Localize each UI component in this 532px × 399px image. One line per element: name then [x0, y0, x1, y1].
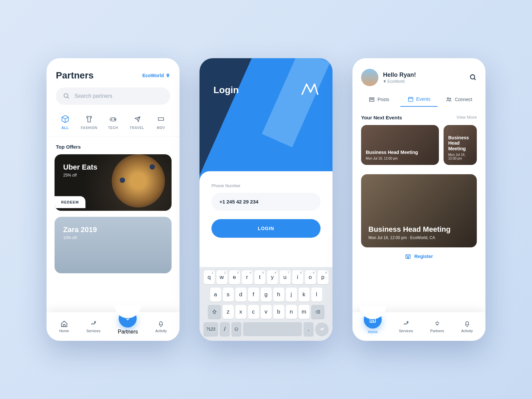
key-a[interactable]: a — [210, 288, 221, 302]
nav-activity[interactable]: Activity — [461, 320, 473, 333]
key-l[interactable]: l — [311, 288, 322, 302]
svg-point-5 — [94, 322, 96, 323]
category-movies[interactable]: MOV — [149, 113, 173, 132]
svg-rect-8 — [370, 98, 374, 99]
tab-events[interactable]: Events — [400, 92, 438, 107]
svg-point-11 — [447, 98, 449, 99]
slash-key[interactable]: / — [220, 322, 230, 336]
key-h[interactable]: h — [273, 288, 284, 302]
shift-key[interactable] — [208, 305, 221, 319]
key-j[interactable]: j — [286, 288, 297, 302]
category-all[interactable]: ALL — [53, 113, 77, 132]
search-input[interactable]: Search partners — [56, 87, 170, 105]
hand-icon — [402, 320, 410, 328]
plane-icon — [133, 115, 141, 123]
event-card[interactable]: Business Head Meeting Mon Jul 18, 12:00 … — [361, 125, 439, 165]
phone-input[interactable]: +1 245 42 29 234 — [211, 193, 321, 210]
key-u[interactable]: u7 — [280, 270, 291, 284]
phone-field-label: Phone Number — [211, 183, 321, 188]
svg-point-6 — [470, 75, 475, 79]
key-y[interactable]: y6 — [267, 270, 278, 284]
offer-card-ubereats[interactable]: Uber Eats 25% off REDEEM — [55, 154, 172, 211]
view-more-link[interactable]: View More — [457, 115, 477, 120]
nav-partners[interactable]: Partners — [118, 318, 138, 335]
key-z[interactable]: z — [223, 305, 234, 319]
nav-activity[interactable]: Activity — [155, 320, 167, 333]
tab-connect[interactable]: Connect — [440, 92, 477, 107]
key-o[interactable]: o9 — [305, 270, 316, 284]
key-n[interactable]: n — [286, 305, 297, 319]
location-pin-icon — [383, 79, 386, 83]
tab-posts[interactable]: Posts — [360, 92, 398, 107]
home-icon — [61, 320, 68, 328]
search-button[interactable] — [469, 74, 477, 81]
key-s[interactable]: s — [223, 288, 234, 302]
gamepad-icon — [109, 115, 117, 123]
key-i[interactable]: i8 — [292, 270, 303, 284]
key-p[interactable]: p0 — [318, 270, 329, 284]
enter-key[interactable] — [315, 323, 329, 336]
symbols-key[interactable]: ?123 — [203, 322, 218, 336]
key-k[interactable]: k — [299, 288, 310, 302]
partners-screen: Partners EcoWorld Search partners ALL FA… — [47, 58, 180, 341]
space-key[interactable] — [243, 322, 302, 336]
category-fashion[interactable]: FASHION — [77, 113, 101, 132]
category-travel[interactable]: TRAVEL — [125, 113, 149, 132]
redeem-button[interactable]: REDEEM — [55, 196, 85, 208]
key-r[interactable]: r4 — [242, 270, 253, 284]
ticket-icon — [157, 115, 165, 123]
dot-key[interactable]: . — [304, 322, 314, 336]
avatar[interactable] — [361, 69, 378, 86]
featured-event-title: Business Head Meeting — [368, 225, 469, 234]
featured-event-date: Mon Jul 18, 12:00 pm · EcoWorld, CA — [368, 235, 469, 240]
posts-icon — [369, 96, 375, 102]
feed-tabs: Posts Events Connect — [352, 92, 485, 107]
key-q[interactable]: q1 — [204, 270, 215, 284]
nav-services[interactable]: Services — [399, 320, 413, 333]
svg-point-14 — [407, 322, 408, 323]
people-icon — [446, 96, 452, 102]
key-b[interactable]: b — [273, 305, 284, 319]
key-f[interactable]: f — [248, 288, 259, 302]
location-selector[interactable]: EcoWorld — [142, 73, 170, 78]
offer-subtitle: 10% off — [63, 235, 163, 240]
login-button[interactable]: LOGIN — [211, 219, 321, 238]
register-button[interactable]: Register — [352, 247, 485, 265]
key-t[interactable]: t5 — [254, 270, 265, 284]
key-x[interactable]: x — [235, 305, 246, 319]
search-placeholder: Search partners — [74, 93, 112, 99]
nav-home[interactable]: Home — [364, 319, 382, 334]
offer-card-zara[interactable]: Zara 2019 10% off — [55, 217, 172, 273]
svg-rect-9 — [370, 100, 374, 101]
home-icon — [364, 311, 382, 329]
key-e[interactable]: e3 — [229, 270, 240, 284]
key-v[interactable]: v — [261, 305, 272, 319]
key-m[interactable]: m — [299, 305, 310, 319]
svg-point-4 — [115, 119, 115, 120]
offer-title: Zara 2019 — [63, 225, 163, 234]
nav-home[interactable]: Home — [59, 320, 69, 333]
event-card[interactable]: Business Head Meeting Mon Jul 18, 12:00 … — [444, 125, 477, 165]
key-w[interactable]: w2 — [216, 270, 227, 284]
keyboard: q1w2e3r4t5y6u7i8o9p0 asdfghjkl zxcvbnm ?… — [200, 267, 332, 341]
keyboard-row-1: q1w2e3r4t5y6u7i8o9p0 — [201, 270, 331, 284]
keyboard-row-3: zxcvbnm — [201, 305, 331, 319]
section-title: Top Offers — [47, 137, 180, 154]
location-pin-icon — [166, 73, 170, 78]
key-d[interactable]: d — [235, 288, 246, 302]
login-screen: Login Phone Number +1 245 42 29 234 LOGI… — [200, 58, 332, 341]
backspace-key[interactable] — [311, 305, 325, 319]
key-g[interactable]: g — [261, 288, 272, 302]
category-tabs: ALL FASHION TECH TRAVEL MOV — [47, 113, 180, 137]
events-carousel[interactable]: Business Head Meeting Mon Jul 18, 12:00 … — [352, 125, 485, 165]
svg-rect-10 — [408, 97, 413, 101]
user-location: EcoWorld — [383, 79, 416, 84]
svg-point-3 — [114, 119, 115, 119]
nav-partners[interactable]: Partners — [430, 320, 444, 333]
nav-services[interactable]: Services — [86, 320, 100, 333]
category-tech[interactable]: TECH — [101, 113, 125, 132]
calendar-icon — [408, 96, 414, 102]
emoji-key[interactable]: ☺ — [231, 322, 241, 336]
key-c[interactable]: c — [248, 305, 259, 319]
featured-event-card[interactable]: Business Head Meeting Mon Jul 18, 12:00 … — [361, 174, 477, 247]
